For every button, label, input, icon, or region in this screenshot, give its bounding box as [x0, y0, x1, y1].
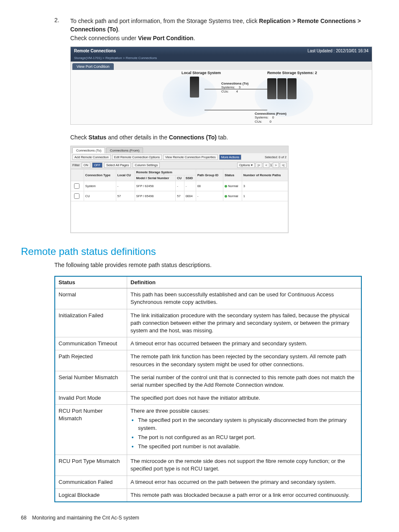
options-dropdown[interactable]: Options ▾ — [237, 162, 255, 168]
cell-definition: This remote path was blockaded because a… — [127, 488, 362, 502]
table-row: RCU Port Number Mismatch There are three… — [55, 405, 361, 455]
cell-model: SFP / 65498 — [135, 191, 176, 201]
th-num-remote-paths: Number of Remote Paths — [242, 170, 288, 181]
conn-to-title: Connections (To) — [221, 82, 248, 85]
cell-pgid: 00 — [196, 181, 223, 191]
th-path-group-id: Path Group ID — [196, 170, 223, 181]
cell-status-name: Path Rejected — [55, 350, 127, 371]
conn-from-title: Connections (From) — [255, 112, 286, 116]
cell-model: SFP / 62458 — [135, 181, 176, 191]
status-dot-icon — [225, 195, 227, 198]
cell-definition: A timeout error has occurred between the… — [127, 337, 362, 350]
btn-view-remote-connection-properties[interactable]: View Remote Connection Properties — [163, 154, 218, 160]
cell-definition: The link initialization procedure with t… — [127, 309, 362, 337]
table-row: RCU Port Type Mismatch The microcode on … — [55, 455, 361, 475]
cell-definition: The microcode on the remote side does no… — [127, 455, 362, 475]
pager-next[interactable]: > — [273, 162, 279, 168]
cell-ssid: - — [184, 181, 196, 191]
cell-cu: - — [176, 181, 184, 191]
mid-c: and other details in the — [106, 134, 169, 141]
pager-page: 1 — [270, 163, 272, 167]
selected-count: Selected: 0 of 2 — [265, 155, 286, 159]
table-row: Communication Failed A timeout error has… — [55, 475, 361, 488]
status-dot-icon — [225, 185, 227, 188]
ss2-tab-to[interactable]: Connections (To) — [72, 147, 105, 153]
filter-on[interactable]: ON — [82, 162, 90, 168]
mid-text: Check Status and other details in the Co… — [70, 133, 378, 141]
ss1-updated: Last Updated : 2012/10/01 16:34 — [307, 49, 368, 53]
step-dot: . — [118, 26, 120, 33]
page-footer: 68 Monitoring and maintaining the Cnt Ac… — [21, 515, 378, 521]
pager-prev[interactable]: < — [263, 162, 269, 168]
mid-e: tab. — [217, 134, 228, 141]
th-local-cu: Local CU — [116, 170, 135, 181]
btn-add-remote-connection[interactable]: Add Remote Connection — [72, 154, 111, 160]
conn-from-cus-value: 0 — [270, 120, 271, 123]
local-storage-label: Local Storage System — [182, 71, 221, 75]
cell-status: Normal — [223, 181, 242, 191]
conn-to-systems-label: Systems: — [221, 85, 235, 89]
connections-table: Connection Type Local CU Remote Storage … — [71, 169, 288, 233]
cell-type: System — [84, 181, 116, 191]
cell-status-text: Normal — [228, 184, 238, 188]
btn-edit-remote-connection-options[interactable]: Edit Remote Connection Options — [112, 154, 162, 160]
ss2-tab-from[interactable]: Connections (From) — [106, 147, 143, 153]
mid-b: Status — [89, 134, 107, 141]
pager-last[interactable]: >| — [280, 162, 286, 168]
conn-to-systems-value: 3 — [239, 85, 240, 89]
row-checkbox[interactable] — [74, 193, 79, 199]
page-number: 68 — [21, 515, 26, 521]
filter-off[interactable]: OFF — [92, 162, 102, 168]
step-text-b: Check connections under — [70, 35, 138, 41]
step-body: To check path and port information, from… — [70, 17, 378, 42]
cell-status-name: RCU Port Number Mismatch — [55, 405, 127, 455]
ss1-tab-view-port-condition[interactable]: View Port Condition — [72, 63, 114, 70]
def-lead: There are three possible causes: — [130, 408, 210, 414]
server-icon — [277, 78, 286, 99]
pager-first[interactable]: |< — [256, 162, 262, 168]
cell-status-name: Serial Number Mismatch — [55, 371, 127, 391]
table-row: Communication Timeout A timeout error ha… — [55, 337, 361, 350]
conn-from-systems-label: Systems: — [255, 116, 269, 119]
table-row: Logical Blockade This remote path was bl… — [55, 488, 361, 502]
cell-definition: The remote path link function has been r… — [127, 350, 362, 371]
section-heading: Remote path status definitions — [21, 246, 378, 257]
row-checkbox[interactable] — [74, 183, 79, 189]
cell-ssid: 0004 — [184, 191, 196, 201]
screenshot-connections-table: Connections (To) Connections (From) Add … — [70, 146, 289, 233]
cell-definition: The serial number of the control unit th… — [127, 371, 362, 391]
table-row[interactable]: CU 57 SFP / 65498 57 0004 - Normal 1 — [71, 191, 288, 201]
list-item: The specified port number is not availab… — [138, 443, 358, 450]
cell-definition: The specified port does not have the ini… — [127, 392, 362, 405]
th-status: Status — [223, 170, 242, 181]
cell-status-name: Communication Timeout — [55, 337, 127, 350]
cell-paths: 3 — [242, 181, 288, 191]
step-text-a: To check path and port information, from… — [70, 18, 259, 24]
cell-status-name: Logical Blockade — [55, 488, 127, 502]
th-definition: Definition — [127, 276, 362, 288]
btn-more-actions[interactable]: More Actions — [219, 154, 241, 160]
cell-definition: There are three possible causes: The spe… — [127, 405, 362, 455]
step-dot2: . — [194, 35, 195, 41]
list-item: The port is not configured as an RCU tar… — [138, 434, 358, 441]
conn-from-cus-label: CUs: — [255, 120, 262, 123]
cell-cu: 57 — [176, 191, 184, 201]
cell-type: CU — [84, 191, 116, 201]
table-row: Path Rejected The remote path link funct… — [55, 350, 361, 371]
server-icon — [267, 78, 276, 99]
th-status: Status — [55, 276, 127, 288]
table-row[interactable]: System - SFP / 62458 - - 00 Normal 3 — [71, 181, 288, 191]
th-remote-storage-system: Remote Storage System — [135, 170, 196, 175]
mid-a: Check — [70, 134, 89, 141]
select-all-pages[interactable]: Select All Pages — [104, 162, 131, 168]
cell-pgid: - — [196, 191, 223, 201]
cell-definition: A timeout error has occurred on the path… — [127, 475, 362, 488]
cell-status-name: Communication Failed — [55, 475, 127, 488]
server-icon — [287, 78, 297, 99]
server-icon — [190, 77, 199, 98]
cell-local-cu: - — [116, 181, 135, 191]
cell-definition: This path has been successfully establis… — [127, 288, 362, 309]
column-settings[interactable]: Column Settings — [133, 162, 160, 168]
status-definitions-table: Status Definition Normal This path has b… — [54, 276, 362, 502]
ss1-title: Remote Connections — [74, 49, 116, 53]
